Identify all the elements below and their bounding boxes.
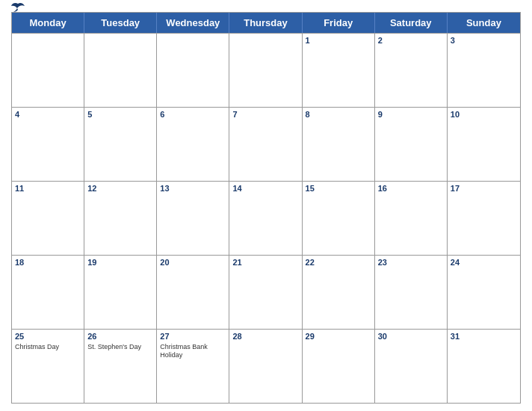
day-event: Christmas Day (15, 343, 81, 351)
day-number: 3 (451, 36, 517, 46)
calendar-cell: 7 (229, 108, 302, 181)
calendar-cell: 13 (157, 182, 229, 255)
day-number: 22 (306, 258, 371, 268)
day-number: 29 (306, 332, 371, 342)
calendar-cell: 18 (12, 256, 84, 329)
calendar-cell: 3 (448, 34, 520, 107)
day-number: 17 (451, 184, 517, 194)
header-cell-monday: Monday (12, 13, 84, 33)
day-number: 1 (306, 36, 371, 46)
day-number: 19 (87, 258, 153, 268)
calendar-grid: MondayTuesdayWednesdayThursdayFridaySatu… (11, 12, 521, 404)
calendar-week-5: 25Christmas Day26St. Stephen's Day27Chri… (12, 329, 520, 403)
header-cell-friday: Friday (303, 13, 375, 33)
day-number: 15 (306, 184, 371, 194)
calendar-cell: 12 (84, 182, 157, 255)
day-number: 25 (15, 332, 81, 342)
calendar-week-4: 18192021222324 (12, 255, 520, 329)
calendar-cell: 2 (375, 34, 448, 107)
calendar-cell: 30 (375, 330, 448, 403)
calendar-cell: 20 (157, 256, 229, 329)
day-number: 6 (160, 110, 226, 120)
calendar-cell (84, 34, 157, 107)
day-number: 7 (232, 110, 298, 120)
day-number: 14 (232, 184, 298, 194)
day-number: 18 (15, 258, 81, 268)
calendar-cell: 24 (448, 256, 520, 329)
day-number: 8 (306, 110, 371, 120)
calendar-body: 1234567891011121314151617181920212223242… (12, 33, 520, 403)
header-cell-tuesday: Tuesday (84, 13, 157, 33)
day-number: 16 (378, 184, 444, 194)
calendar-cell: 25Christmas Day (12, 330, 84, 403)
calendar-cell: 5 (84, 108, 157, 181)
calendar-week-2: 45678910 (12, 107, 520, 181)
header-cell-saturday: Saturday (375, 13, 448, 33)
day-number: 20 (160, 258, 226, 268)
calendar-cell (12, 34, 84, 107)
calendar-cell: 27Christmas Bank Holiday (157, 330, 229, 403)
calendar-cell: 21 (229, 256, 302, 329)
calendar-cell: 4 (12, 108, 84, 181)
day-number: 31 (451, 332, 517, 342)
calendar-cell: 17 (448, 182, 520, 255)
day-number: 5 (87, 110, 153, 120)
calendar-cell: 23 (375, 256, 448, 329)
day-number: 13 (160, 184, 226, 194)
day-event: St. Stephen's Day (87, 343, 153, 351)
day-number: 11 (15, 184, 81, 194)
calendar-cell: 11 (12, 182, 84, 255)
day-number: 30 (378, 332, 444, 342)
day-number: 12 (87, 184, 153, 194)
logo (11, 2, 26, 13)
calendar-cell: 1 (303, 34, 375, 107)
logo-blue (11, 2, 26, 13)
calendar-cell: 31 (448, 330, 520, 403)
day-number: 24 (451, 258, 517, 268)
day-number: 27 (160, 332, 226, 342)
calendar-week-3: 11121314151617 (12, 181, 520, 255)
calendar-cell: 15 (303, 182, 375, 255)
day-number: 28 (232, 332, 298, 342)
calendar-cell: 16 (375, 182, 448, 255)
day-event: Christmas Bank Holiday (160, 343, 226, 359)
day-number: 23 (378, 258, 444, 268)
day-number: 10 (451, 110, 517, 120)
day-number: 4 (15, 110, 81, 120)
day-number: 2 (378, 36, 444, 46)
calendar-cell: 26St. Stephen's Day (84, 330, 157, 403)
calendar-cell: 29 (303, 330, 375, 403)
calendar-cell: 14 (229, 182, 302, 255)
calendar-cell (157, 34, 229, 107)
calendar-cell: 10 (448, 108, 520, 181)
calendar-cell (229, 34, 302, 107)
day-number: 21 (232, 258, 298, 268)
calendar-cell: 22 (303, 256, 375, 329)
header-cell-thursday: Thursday (229, 13, 302, 33)
day-number: 9 (378, 110, 444, 120)
calendar-cell: 9 (375, 108, 448, 181)
header-cell-wednesday: Wednesday (157, 13, 229, 33)
day-number: 26 (87, 332, 153, 342)
header-cell-sunday: Sunday (448, 13, 520, 33)
logo-bird-icon (11, 2, 25, 13)
calendar-cell: 19 (84, 256, 157, 329)
calendar-cell: 6 (157, 108, 229, 181)
calendar-cell: 28 (229, 330, 302, 403)
calendar-cell: 8 (303, 108, 375, 181)
calendar-week-1: 123 (12, 33, 520, 107)
calendar-page: MondayTuesdayWednesdayThursdayFridaySatu… (0, 0, 532, 411)
calendar-header-row: MondayTuesdayWednesdayThursdayFridaySatu… (12, 13, 520, 33)
